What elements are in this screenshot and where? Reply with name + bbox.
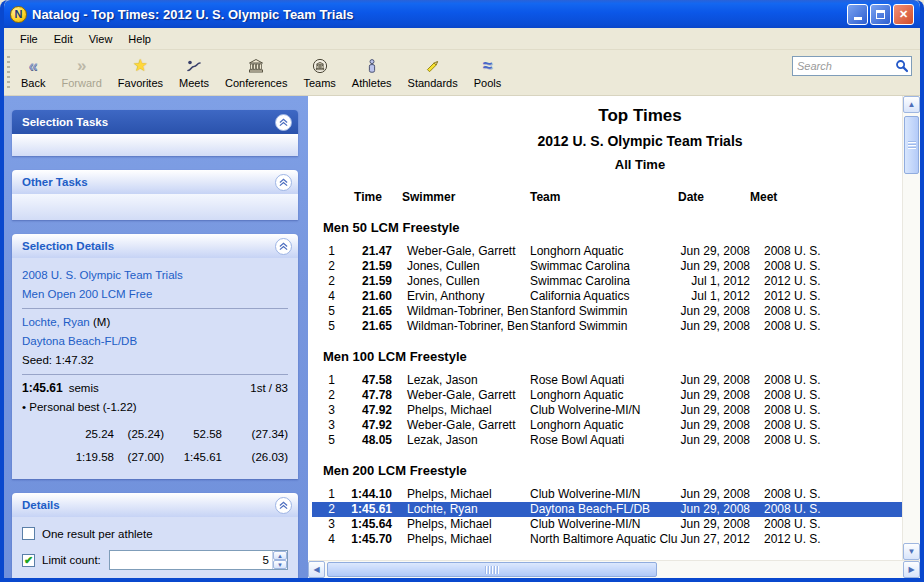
cell-time: 21.47 <box>344 244 392 259</box>
cell-date: Jun 29, 2008 <box>678 403 750 418</box>
cell-team: Daytona Beach-FL/DB <box>530 502 678 517</box>
event-link[interactable]: Men Open 200 LCM Free <box>22 285 288 304</box>
vertical-scroll-thumb[interactable] <box>904 116 919 174</box>
cell-meet: 2008 U. S. <box>750 433 902 448</box>
toolbar-grip[interactable] <box>7 56 10 89</box>
cell-meet: 2008 U. S. <box>750 244 902 259</box>
result-round: semis <box>69 382 99 394</box>
bank-icon <box>248 56 264 76</box>
one-result-row: One result per athlete <box>22 527 288 540</box>
cell-team: Stanford Swimmin <box>530 319 678 334</box>
table-row[interactable]: 221.59Jones, CullenSwimmac CarolinaJul 1… <box>312 274 902 289</box>
table-row[interactable]: 521.65Wildman-Tobriner, BenStanford Swim… <box>312 304 902 319</box>
teams-button[interactable]: Teams <box>296 53 342 92</box>
limit-count-checkbox[interactable]: ✔ <box>22 554 35 567</box>
table-row[interactable]: 31:45.64Phelps, MichaelClub Wolverine-MI… <box>312 517 902 532</box>
cell-swimmer: Lezak, Jason <box>392 433 530 448</box>
table-row[interactable]: 347.92Weber-Gale, GarrettLonghorn Aquati… <box>312 418 902 433</box>
athletes-button[interactable]: Athletes <box>345 53 399 92</box>
cell-meet: 2008 U. S. <box>750 304 902 319</box>
other-tasks-header[interactable]: Other Tasks <box>12 170 298 194</box>
meets-button[interactable]: Meets <box>172 53 216 92</box>
conferences-button[interactable]: Conferences <box>218 53 294 92</box>
cell-team: Club Wolverine-MI/N <box>530 403 678 418</box>
cell-meet: 2012 U. S. <box>750 289 902 304</box>
table-row[interactable]: 147.58Lezak, JasonRose Bowl AquatiJun 29… <box>312 373 902 388</box>
details-header[interactable]: Details <box>12 493 298 517</box>
selection-details-header[interactable]: Selection Details <box>12 234 298 258</box>
scroll-left-icon[interactable]: ◀ <box>308 561 325 578</box>
close-button[interactable]: ✕ <box>893 4 914 25</box>
spin-up-icon[interactable]: ▲ <box>273 551 287 560</box>
result-time: 1:45.61 <box>22 381 63 395</box>
table-row[interactable]: 347.92Phelps, MichaelClub Wolverine-MI/N… <box>312 403 902 418</box>
cell-meet: 2008 U. S. <box>750 502 902 517</box>
limit-count-label: Limit count: <box>42 554 101 566</box>
table-row[interactable]: 221.59Jones, CullenSwimmac CarolinaJun 2… <box>312 259 902 274</box>
person-icon <box>364 56 380 76</box>
cell-meet: 2008 U. S. <box>750 373 902 388</box>
scroll-right-icon[interactable]: ▶ <box>903 561 920 578</box>
split-cell: 1:19.58 <box>76 448 114 467</box>
cell-team: Longhorn Aquatic <box>530 418 678 433</box>
collapse-button[interactable] <box>275 238 292 255</box>
search-input[interactable] <box>792 56 912 76</box>
standards-button[interactable]: Standards <box>401 53 465 92</box>
split-cell: (27.34) <box>252 425 288 444</box>
scroll-up-icon[interactable]: ▲ <box>903 96 920 113</box>
cell-rank: 1 <box>312 244 344 259</box>
table-row[interactable]: 121.47Weber-Gale, GarrettLonghorn Aquati… <box>312 244 902 259</box>
horizontal-scroll-thumb[interactable] <box>327 562 657 577</box>
back-button[interactable]: « Back <box>14 53 52 92</box>
table-row[interactable]: 247.78Weber-Gale, GarrettLonghorn Aquati… <box>312 388 902 403</box>
table-row[interactable]: 521.65Wildman-Tobriner, BenStanford Swim… <box>312 319 902 334</box>
cell-swimmer: Lochte, Ryan <box>392 502 530 517</box>
cell-time: 1:45.70 <box>344 532 392 547</box>
pools-button[interactable]: ≈ Pools <box>467 53 509 92</box>
minimize-button[interactable] <box>847 4 868 25</box>
cell-team: Swimmac Carolina <box>530 259 678 274</box>
limit-count-spinner: ▲ ▼ <box>272 551 287 569</box>
collapse-button[interactable] <box>275 114 292 131</box>
cell-date: Jun 27, 2012 <box>678 532 750 547</box>
collapse-button[interactable] <box>275 497 292 514</box>
titlebar: N Natalog - Top Times: 2012 U. S. Olympi… <box>4 0 920 28</box>
menu-help[interactable]: Help <box>120 30 159 48</box>
cell-date: Jun 29, 2008 <box>678 502 750 517</box>
vertical-scrollbar[interactable]: ▲ ▼ <box>902 96 920 560</box>
cell-meet: 2012 U. S. <box>750 274 902 289</box>
scroll-down-icon[interactable]: ▼ <box>903 543 920 560</box>
collapse-button[interactable] <box>275 174 292 191</box>
cell-date: Jul 1, 2012 <box>678 289 750 304</box>
search-icon[interactable] <box>895 59 909 77</box>
table-row[interactable]: 11:44.10Phelps, MichaelClub Wolverine-MI… <box>312 487 902 502</box>
col-header-time: Time <box>344 190 392 205</box>
split-cell: (27.00) <box>128 448 164 467</box>
panel-title: Details <box>22 499 60 511</box>
menu-view[interactable]: View <box>81 30 121 48</box>
horizontal-scrollbar[interactable]: ◀ ▶ <box>308 560 920 578</box>
cell-swimmer: Weber-Gale, Garrett <box>392 388 530 403</box>
maximize-button[interactable] <box>870 4 891 25</box>
column-headers: Time Swimmer Team Date Meet <box>312 190 902 205</box>
col-header-meet: Meet <box>750 190 902 205</box>
athlete-link[interactable]: Lochte, Ryan <box>22 316 90 328</box>
menu-edit[interactable]: Edit <box>46 30 81 48</box>
table-row[interactable]: 421.60Ervin, AnthonyCalifornia AquaticsJ… <box>312 289 902 304</box>
circled-building-icon <box>312 56 328 76</box>
spin-down-icon[interactable]: ▼ <box>273 560 287 569</box>
menu-file[interactable]: File <box>12 30 46 48</box>
app-window: N Natalog - Top Times: 2012 U. S. Olympi… <box>0 0 924 582</box>
cell-date: Jun 29, 2008 <box>678 433 750 448</box>
table-row[interactable]: 548.05Lezak, JasonRose Bowl AquatiJun 29… <box>312 433 902 448</box>
favorites-button[interactable]: ★ Favorites <box>111 53 170 92</box>
cell-rank: 5 <box>312 433 344 448</box>
team-link[interactable]: Daytona Beach-FL/DB <box>22 332 288 351</box>
selection-tasks-header[interactable]: Selection Tasks <box>12 110 298 134</box>
limit-count-field[interactable]: 5 ▲ ▼ <box>109 550 288 570</box>
report-sections: Men 50 LCM Freestyle121.47Weber-Gale, Ga… <box>312 220 902 547</box>
table-row[interactable]: 41:45.70Phelps, MichaelNorth Baltimore A… <box>312 532 902 547</box>
table-row[interactable]: 21:45.61Lochte, RyanDaytona Beach-FL/DBJ… <box>312 502 902 517</box>
one-result-checkbox[interactable] <box>22 527 35 540</box>
meet-link[interactable]: 2008 U. S. Olympic Team Trials <box>22 266 288 285</box>
